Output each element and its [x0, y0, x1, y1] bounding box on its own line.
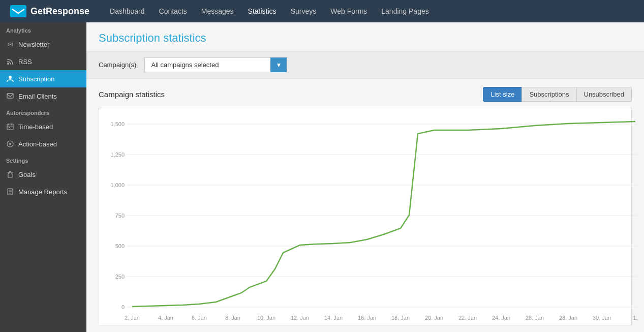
main-layout: Analytics ✉ Newsletter RSS Subscription …	[0, 22, 644, 332]
svg-text:6. Jan: 6. Jan	[192, 315, 207, 321]
svg-text:22. Jan: 22. Jan	[458, 315, 477, 321]
svg-text:18. Jan: 18. Jan	[391, 315, 410, 321]
svg-text:16. Jan: 16. Jan	[358, 315, 376, 321]
tab-subscriptions[interactable]: Subscriptions	[522, 87, 576, 102]
svg-text:0: 0	[121, 304, 125, 310]
svg-rect-3	[7, 94, 13, 98]
chart-title: Campaign statistics	[99, 90, 165, 99]
filter-bar: Campaign(s) All campaigns selected ▼	[86, 51, 644, 79]
sidebar-item-manage-reports[interactable]: Manage Reports	[0, 183, 86, 200]
svg-text:8. Jan: 8. Jan	[225, 315, 240, 321]
sidebar-item-newsletter[interactable]: ✉ Newsletter	[0, 36, 86, 53]
svg-rect-0	[10, 5, 26, 17]
tab-unsubscribed[interactable]: Unsubscribed	[576, 87, 632, 102]
sidebar-item-goals[interactable]: Goals	[0, 166, 86, 183]
sidebar-autoresponders-label: Autoresponders	[0, 105, 86, 118]
logo-text: GetResponse	[30, 6, 89, 17]
campaign-filter-label: Campaign(s)	[99, 61, 136, 69]
sidebar-newsletter-label: Newsletter	[18, 41, 49, 48]
tab-list-size[interactable]: List size	[483, 87, 522, 102]
nav-webforms[interactable]: Web Forms	[330, 7, 367, 15]
chart-section: Campaign statistics List size Subscripti…	[86, 79, 644, 332]
svg-text:1,250: 1,250	[110, 152, 125, 158]
svg-text:250: 250	[115, 274, 125, 280]
logo-icon	[10, 5, 26, 17]
sidebar-settings-label: Settings	[0, 153, 86, 166]
sidebar-item-time-based[interactable]: Time-based	[0, 118, 86, 135]
email-clients-icon	[6, 92, 14, 100]
svg-text:10. Jan: 10. Jan	[257, 315, 275, 321]
chart-tabs: List size Subscriptions Unsubscribed	[483, 87, 632, 102]
sidebar-analytics-label: Analytics	[0, 22, 86, 36]
goals-icon	[6, 170, 14, 178]
svg-text:2. Jan: 2. Jan	[125, 315, 140, 321]
sidebar-item-action-based[interactable]: Action-based	[0, 135, 86, 153]
sidebar-subscription-label: Subscription	[18, 75, 55, 83]
svg-rect-8	[9, 127, 10, 128]
time-based-icon	[6, 123, 14, 131]
nav-dashboard[interactable]: Dashboard	[110, 7, 145, 15]
sidebar-email-clients-label: Email Clients	[18, 93, 57, 100]
logo[interactable]: GetResponse	[10, 5, 89, 17]
top-navigation: GetResponse Dashboard Contacts Messages …	[0, 0, 644, 22]
svg-text:1.: 1.	[633, 315, 637, 321]
svg-text:28. Jan: 28. Jan	[559, 315, 577, 321]
svg-text:26. Jan: 26. Jan	[526, 315, 544, 321]
nav-messages[interactable]: Messages	[201, 7, 234, 15]
chart-header: Campaign statistics List size Subscripti…	[99, 87, 632, 102]
nav-landing-pages[interactable]: Landing Pages	[381, 7, 428, 15]
nav-surveys[interactable]: Surveys	[291, 7, 317, 15]
sidebar-item-email-clients[interactable]: Email Clients	[0, 87, 86, 105]
svg-text:30. Jan: 30. Jan	[593, 315, 611, 321]
campaign-select[interactable]: All campaigns selected	[144, 57, 287, 72]
sidebar-manage-reports-label: Manage Reports	[18, 188, 67, 196]
sidebar-time-based-label: Time-based	[18, 123, 53, 131]
manage-reports-icon	[6, 188, 14, 196]
newsletter-icon: ✉	[6, 40, 14, 48]
sidebar-goals-label: Goals	[18, 171, 36, 178]
svg-text:4. Jan: 4. Jan	[158, 315, 173, 321]
chart-container: 1,500 1,250 1,000 750 500 250 0 2. Jan 4…	[99, 108, 632, 325]
svg-point-2	[9, 76, 12, 79]
sidebar-item-rss[interactable]: RSS	[0, 53, 86, 70]
sidebar-rss-label: RSS	[18, 58, 32, 66]
subscription-icon	[6, 75, 14, 83]
svg-point-10	[9, 143, 11, 145]
sidebar-action-based-label: Action-based	[18, 140, 57, 148]
action-based-icon	[6, 140, 14, 148]
campaign-select-wrapper[interactable]: All campaigns selected ▼	[144, 57, 287, 72]
svg-text:750: 750	[115, 213, 125, 219]
sidebar-item-subscription[interactable]: Subscription	[0, 70, 86, 87]
rss-icon	[6, 57, 14, 66]
svg-text:500: 500	[115, 243, 125, 249]
svg-text:20. Jan: 20. Jan	[425, 315, 443, 321]
svg-text:1,000: 1,000	[110, 182, 125, 188]
svg-text:14. Jan: 14. Jan	[324, 315, 343, 321]
svg-text:12. Jan: 12. Jan	[291, 315, 309, 321]
svg-text:24. Jan: 24. Jan	[492, 315, 510, 321]
chart-svg: 1,500 1,250 1,000 750 500 250 0 2. Jan 4…	[99, 116, 643, 325]
nav-statistics[interactable]: Statistics	[248, 7, 277, 15]
nav-contacts[interactable]: Contacts	[159, 7, 187, 15]
nav-links: Dashboard Contacts Messages Statistics S…	[110, 7, 429, 15]
page-header: Subscription statistics	[86, 22, 644, 51]
main-content: Subscription statistics Campaign(s) All …	[86, 22, 644, 332]
sidebar: Analytics ✉ Newsletter RSS Subscription …	[0, 22, 86, 332]
svg-rect-4	[7, 124, 13, 130]
svg-point-1	[7, 63, 9, 65]
page-title: Subscription statistics	[99, 32, 632, 45]
svg-text:1,500: 1,500	[110, 121, 125, 127]
